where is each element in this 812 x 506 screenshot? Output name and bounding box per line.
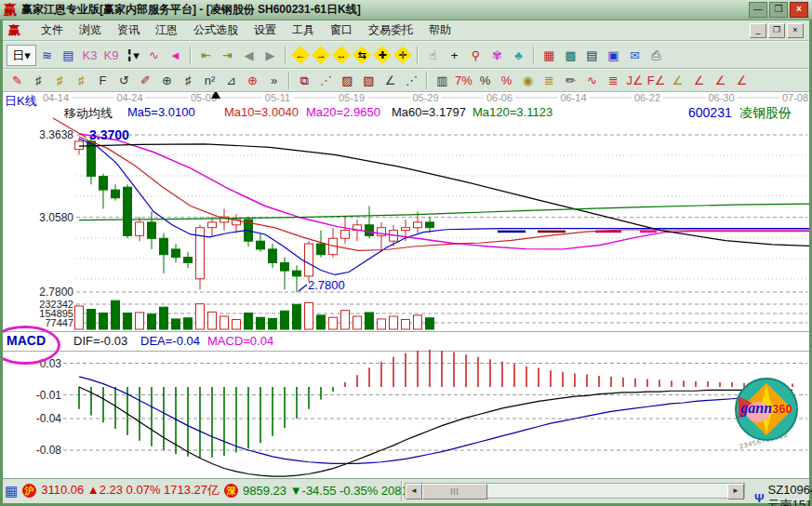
angle-four-icon[interactable]: ∠ xyxy=(731,71,752,90)
gift-box-icon[interactable]: ✾ xyxy=(486,46,508,65)
menu-formula-picker[interactable]: 公式选股 xyxy=(193,22,238,38)
volume-profile-icon[interactable]: ◄ xyxy=(165,46,186,65)
period-day-button[interactable]: 日▾ xyxy=(7,45,36,66)
minimize-button[interactable]: — xyxy=(749,2,767,18)
time-grid-icon[interactable]: ♯ xyxy=(28,71,49,90)
percent7-tool-icon[interactable]: 7% xyxy=(453,71,474,90)
kline-3min-icon[interactable]: K3 xyxy=(79,46,100,65)
compass-tool-icon[interactable]: ⊕ xyxy=(242,71,263,90)
brush-tool-icon[interactable]: ✐ xyxy=(135,71,156,90)
pen-tool-icon[interactable]: ✎ xyxy=(7,71,28,90)
scrollbar-thumb[interactable]: ||| xyxy=(422,484,487,499)
email-icon[interactable]: ✉ xyxy=(624,46,646,65)
percent-line-icon[interactable]: % xyxy=(496,71,517,90)
angle-win-icon[interactable]: ∠ xyxy=(710,71,731,90)
next-stock-icon[interactable]: ▶ xyxy=(260,46,281,65)
maximize-button[interactable]: ❐ xyxy=(769,2,788,18)
histogram-tool-icon[interactable]: ▥ xyxy=(432,71,453,90)
svg-text:05-29: 05-29 xyxy=(412,92,438,103)
menu-file[interactable]: 文件 xyxy=(41,22,63,38)
f10-report-icon[interactable]: ▤ xyxy=(58,46,79,65)
hand-drag-icon[interactable]: ☝ xyxy=(422,46,444,65)
scroll-right-arrow[interactable]: ► xyxy=(727,484,744,499)
fan-box-icon[interactable]: ▨ xyxy=(337,71,358,90)
menu-help[interactable]: 帮助 xyxy=(429,22,451,38)
crosshair-icon[interactable]: + xyxy=(444,46,465,65)
kline-macd-chart[interactable]: 04-1404-2405-0305-1105-1905-2906-0606-14… xyxy=(3,92,809,479)
print-icon[interactable]: ⎙ xyxy=(646,46,667,65)
wave-tool-icon[interactable]: ∿ xyxy=(581,71,603,90)
title-bar[interactable]: 赢 赢家江恩专业版[赢家内部服务平台] - [凌钢股份 SH600231-61日… xyxy=(0,0,812,20)
bar-grid-icon[interactable]: ♯ xyxy=(178,71,199,90)
mdi-restore-button[interactable]: ❐ xyxy=(768,23,785,38)
save-icon[interactable]: ▣ xyxy=(603,46,624,65)
notepad-icon[interactable]: ▤ xyxy=(581,46,603,65)
gold-lines-icon[interactable]: ≣ xyxy=(539,71,560,90)
menu-tools[interactable]: 工具 xyxy=(292,22,314,38)
compress-horizontal-icon[interactable]: ⇆ xyxy=(353,46,371,64)
toolbar-separator xyxy=(285,47,286,64)
candle-style-button[interactable]: ╏▾ xyxy=(122,46,143,65)
angle-speed-icon[interactable]: ∠ xyxy=(688,71,710,90)
gold-grid2-icon[interactable]: ♯ xyxy=(71,71,92,90)
mdi-close-button[interactable]: × xyxy=(787,23,804,38)
mind-map-icon[interactable]: ♣ xyxy=(508,46,529,65)
angle-gold-icon[interactable]: ∠ xyxy=(667,71,688,90)
macd-panel-label: MACD xyxy=(7,333,46,348)
fan-square-icon[interactable]: ▧ xyxy=(358,71,379,90)
menu-browse[interactable]: 浏览 xyxy=(79,22,101,38)
main-toolbar: 日▾≋▤K3K9╏▾∿◄⇤⇥◀▶←→↔⇆✚✛☝+⚲✾♣▦▩▤▣✉⎙ xyxy=(3,41,809,69)
menu-news[interactable]: 资讯 xyxy=(117,22,140,38)
price-brush-icon[interactable]: ✏ xyxy=(560,71,581,90)
spiral-tool-icon[interactable]: ↺ xyxy=(113,71,135,90)
menu-window[interactable]: 窗口 xyxy=(330,22,353,38)
magnifier-icon[interactable]: ⚲ xyxy=(465,46,486,65)
gold-circle-icon[interactable]: ◉ xyxy=(517,71,539,90)
prev-stock-icon[interactable]: ◀ xyxy=(238,46,260,65)
angle-j-icon[interactable]: J∠ xyxy=(624,71,646,90)
close-button[interactable]: × xyxy=(790,2,808,18)
circle-grid-icon[interactable]: ⊕ xyxy=(156,71,178,90)
calendar-icon[interactable]: ▦ xyxy=(539,46,560,65)
chart-horizontal-scrollbar[interactable]: ◄ ||| ► xyxy=(405,483,745,499)
gann-fan-icon[interactable]: ⋰ xyxy=(315,71,337,90)
svg-text:77447: 77447 xyxy=(45,317,73,328)
first-stock-icon[interactable]: ⇤ xyxy=(195,46,217,65)
dea-value: DEA=-0.04 xyxy=(140,334,200,348)
gold-band-icon[interactable]: ≣ xyxy=(603,71,624,90)
ma20-legend: Ma20=2.9650 xyxy=(306,105,380,119)
expand-all-icon[interactable]: ✛ xyxy=(393,46,412,64)
slash-lines-icon[interactable]: ⋰ xyxy=(401,71,422,90)
fib-grid-icon[interactable]: F xyxy=(92,71,113,90)
zigzag-line-icon[interactable]: ∿ xyxy=(143,46,165,65)
flag-tool-icon[interactable]: ⊿ xyxy=(220,71,242,90)
gold-grid-icon[interactable]: ♯ xyxy=(49,71,71,90)
menu-settings[interactable]: 设置 xyxy=(254,22,276,38)
shift-right-icon[interactable]: → xyxy=(312,46,330,64)
svg-text:2.7800: 2.7800 xyxy=(308,278,345,292)
candlesticks xyxy=(75,136,434,292)
menu-gann[interactable]: 江恩 xyxy=(155,22,178,38)
ma5-legend: Ma5=3.0100 xyxy=(127,105,195,119)
intraday-chart-icon[interactable]: ≋ xyxy=(36,46,58,65)
calculator-icon[interactable]: ▩ xyxy=(560,46,581,65)
mdi-minimize-button[interactable]: _ xyxy=(750,23,766,38)
last-stock-icon[interactable]: ⇥ xyxy=(217,46,238,65)
chart-area[interactable]: 04-1404-2405-0305-1105-1905-2906-0606-14… xyxy=(3,92,809,479)
scroll-left-arrow[interactable]: ◄ xyxy=(406,484,422,499)
svg-text:3.0580: 3.0580 xyxy=(39,211,73,224)
n-square-icon[interactable]: n² xyxy=(199,71,220,90)
rect-tool-icon[interactable]: ⧉ xyxy=(294,71,315,90)
more-tools-icon[interactable]: » xyxy=(263,71,285,90)
expand-horizontal-icon[interactable]: ↔ xyxy=(332,46,351,64)
percent-tool-icon[interactable]: % xyxy=(474,71,496,90)
shift-left-icon[interactable]: ← xyxy=(291,46,310,64)
kline-9min-icon[interactable]: K9 xyxy=(100,46,122,65)
menu-trade[interactable]: 交易委托 xyxy=(368,22,413,38)
calendar-status-icon[interactable]: ▦ xyxy=(5,484,18,498)
angle-lines-icon[interactable]: ∠ xyxy=(379,71,401,90)
angle-f-icon[interactable]: F∠ xyxy=(646,71,667,90)
kline-period-label: 日K线 xyxy=(5,93,37,110)
svg-text:-0.01: -0.01 xyxy=(36,389,62,402)
compress-all-icon[interactable]: ✚ xyxy=(373,46,392,64)
